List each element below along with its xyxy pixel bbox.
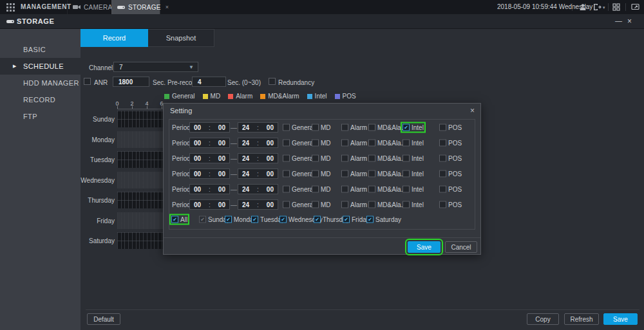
md-ala-checkbox[interactable] xyxy=(368,186,375,193)
thursday-checkbox[interactable]: ✔ xyxy=(314,216,321,223)
alarm-checkbox[interactable] xyxy=(341,170,348,178)
md-checkbox[interactable] xyxy=(312,124,319,131)
time-colon: : xyxy=(209,124,211,131)
sidebar-item-hdd-manager[interactable]: HDD MANAGER xyxy=(0,75,80,91)
monday-checkbox[interactable]: ✔ xyxy=(225,216,232,223)
alarm-checkbox[interactable] xyxy=(341,140,348,147)
intel-checkbox[interactable] xyxy=(402,155,410,162)
checkbox-label: Intel xyxy=(412,124,424,131)
md-checkbox[interactable] xyxy=(312,170,319,178)
md-checkbox[interactable] xyxy=(312,155,319,162)
period2-start-field[interactable]: 00:00 xyxy=(189,138,230,148)
dialog-cancel-button[interactable]: Cancel xyxy=(445,241,477,253)
all-checkbox[interactable]: ✔ xyxy=(171,216,178,223)
refresh-button[interactable]: Refresh xyxy=(564,313,599,325)
period1-start-field[interactable]: 00:00 xyxy=(189,122,230,133)
md-ala-checkbox[interactable] xyxy=(368,170,375,178)
sidebar-item-label: HDD MANAGER xyxy=(23,75,79,91)
md-ala-checkbox[interactable] xyxy=(368,201,375,208)
pos-checkbox[interactable] xyxy=(439,201,446,208)
alarm-checkbox[interactable] xyxy=(341,186,348,193)
copy-button[interactable]: Copy xyxy=(527,313,559,325)
management-menu[interactable]: MANAGEMENT xyxy=(21,3,71,10)
intel-checkbox[interactable] xyxy=(402,140,410,147)
general-checkbox[interactable] xyxy=(283,155,290,162)
md-checkbox[interactable] xyxy=(312,186,319,193)
pos-checkbox[interactable] xyxy=(439,170,446,178)
sidebar-item-basic[interactable]: BASIC xyxy=(0,41,80,58)
md-checkbox[interactable] xyxy=(312,201,319,208)
period4-start-field[interactable]: 00:00 xyxy=(189,169,230,179)
period6-start-field[interactable]: 00:00 xyxy=(189,199,230,210)
close-button[interactable]: × xyxy=(627,17,632,26)
general-checkbox[interactable] xyxy=(283,124,290,131)
general-checkbox[interactable] xyxy=(283,186,290,193)
dialog-save-button[interactable]: Save xyxy=(408,241,440,253)
pos-checkbox[interactable] xyxy=(439,140,446,147)
alarm-checkbox[interactable] xyxy=(341,155,348,162)
pos-checkbox[interactable] xyxy=(439,155,446,162)
logout-icon[interactable] xyxy=(592,3,601,12)
alarm-checkbox[interactable] xyxy=(341,201,348,208)
sunday-checkbox[interactable]: ✔ xyxy=(199,216,206,223)
grid-view-icon[interactable] xyxy=(612,3,621,12)
minimize-button[interactable]: — xyxy=(615,17,622,24)
save-button[interactable]: Save xyxy=(603,313,638,325)
tab-storage[interactable]: STORAGE × xyxy=(111,0,160,14)
checkbox-group-md-ala: MD&Ala... xyxy=(368,201,406,208)
period4-end-field[interactable]: 24:00 xyxy=(238,169,278,179)
period3-start-field[interactable]: 00:00 xyxy=(189,153,230,163)
time-colon: : xyxy=(257,155,259,162)
general-checkbox[interactable] xyxy=(283,201,290,208)
sidebar-item-ftp[interactable]: FTP xyxy=(0,108,80,125)
period6-end-field[interactable]: 24:00 xyxy=(238,199,278,210)
checkbox-label: MD xyxy=(321,170,331,178)
saturday-checkbox[interactable]: ✔ xyxy=(366,216,374,223)
period5-start-field[interactable]: 00:00 xyxy=(189,184,230,194)
tab-camera[interactable]: CAMERA × xyxy=(67,0,111,14)
range-dash: — xyxy=(231,186,237,193)
friday-checkbox[interactable]: ✔ xyxy=(343,216,350,223)
tab-close-icon[interactable]: × xyxy=(166,4,169,10)
intel-checkbox[interactable] xyxy=(402,170,410,178)
hour-value: 24 xyxy=(242,186,249,193)
period5-end-field[interactable]: 24:00 xyxy=(238,184,278,194)
intel-checkbox[interactable] xyxy=(402,186,410,193)
default-button[interactable]: Default xyxy=(87,313,120,325)
general-checkbox[interactable] xyxy=(283,170,290,178)
general-checkbox[interactable] xyxy=(283,140,290,147)
checkbox-label: Alarm xyxy=(350,170,367,178)
checkbox-label: POS xyxy=(448,186,462,193)
pos-checkbox[interactable] xyxy=(439,124,446,131)
check-icon: ✔ xyxy=(368,217,372,222)
alarm-checkbox[interactable] xyxy=(341,124,348,131)
period3-end-field[interactable]: 24:00 xyxy=(238,153,278,163)
day-label-tuesday: Tuesday xyxy=(80,156,115,163)
dialog-close-icon[interactable]: × xyxy=(470,106,475,115)
time-colon: : xyxy=(209,201,211,208)
md-ala-checkbox[interactable] xyxy=(368,155,375,162)
checkbox-group-general: General xyxy=(283,186,315,193)
tuesday-checkbox[interactable]: ✔ xyxy=(251,216,258,223)
checkbox-label: Alarm xyxy=(350,155,367,162)
wednesday-checkbox[interactable]: ✔ xyxy=(279,216,287,223)
period-row: Period400:00—24:00GeneralMDAlarmMD&Ala..… xyxy=(169,166,475,181)
screen-expand-icon[interactable] xyxy=(630,3,639,12)
user-icon[interactable] xyxy=(578,3,587,12)
intel-checkbox[interactable] xyxy=(402,201,410,208)
period2-end-field[interactable]: 24:00 xyxy=(238,138,278,148)
md-ala-checkbox[interactable] xyxy=(368,124,375,131)
period-row: Period600:00—24:00GeneralMDAlarmMD&Ala..… xyxy=(169,197,475,212)
period1-end-field[interactable]: 24:00 xyxy=(238,122,278,133)
apps-menu-icon[interactable] xyxy=(6,3,15,12)
checkbox-label: Intel xyxy=(412,201,424,208)
pos-checkbox[interactable] xyxy=(439,186,446,193)
hour-value: 24 xyxy=(242,155,249,162)
md-ala-checkbox[interactable] xyxy=(368,140,375,147)
md-checkbox[interactable] xyxy=(312,140,319,147)
checkbox-group-intel: Intel xyxy=(402,170,424,178)
sidebar-item-schedule[interactable]: ▶SCHEDULE xyxy=(0,58,80,75)
storage-icon xyxy=(6,18,14,24)
sidebar-item-record[interactable]: RECORD xyxy=(0,91,80,108)
intel-checkbox[interactable]: ✔ xyxy=(402,124,410,131)
